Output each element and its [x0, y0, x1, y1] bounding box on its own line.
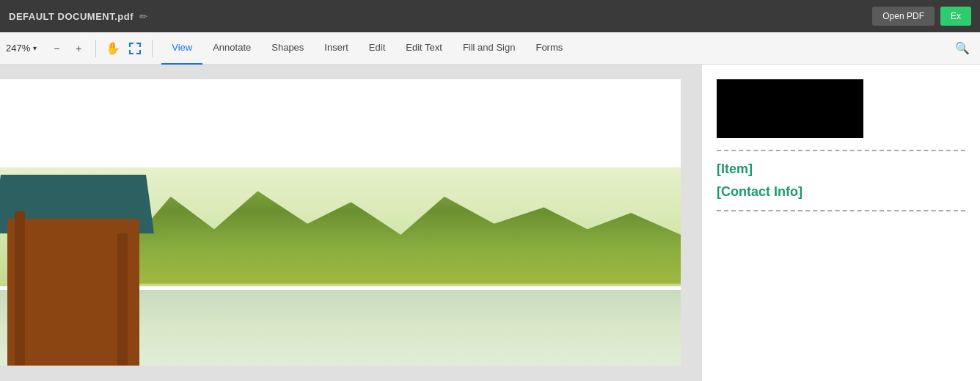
nav-item-edit-text[interactable]: Edit Text [395, 32, 453, 65]
nav-item-shapes[interactable]: Shapes [261, 32, 314, 65]
export-button[interactable]: Ex [940, 7, 971, 26]
zoom-out-button[interactable]: − [45, 37, 67, 59]
header-right: Open PDF Ex [872, 7, 971, 26]
dock-post-right [117, 233, 128, 366]
search-icon: 🔍 [955, 41, 970, 55]
marquee-tool-button[interactable] [124, 37, 146, 59]
right-sidebar: [Item] [Contact Info] [701, 65, 980, 381]
scene-structure [0, 175, 147, 366]
pdf-page [0, 79, 681, 366]
nav-item-annotate[interactable]: Annotate [202, 32, 261, 65]
main-content: [Item] [Contact Info] [0, 65, 980, 381]
item-label: [Item] [717, 162, 965, 177]
toolbar: 247% ▾ − + ✋ View Annotate Shapes Insert… [0, 32, 980, 65]
hand-tool-button[interactable]: ✋ [102, 37, 124, 59]
nav-item-edit[interactable]: Edit [359, 32, 395, 65]
header-bar: DEFAULT DOCUMENT.pdf ✏ Open PDF Ex [0, 0, 980, 32]
nav-item-fill-and-sign[interactable]: Fill and Sign [453, 32, 526, 65]
contact-label: [Contact Info] [717, 184, 965, 200]
toolbar-separator-1 [95, 40, 96, 57]
dock-post-left [15, 211, 25, 366]
zoom-in-button[interactable]: + [67, 37, 89, 59]
nav-item-insert[interactable]: Insert [314, 32, 359, 65]
hand-icon: ✋ [106, 41, 120, 55]
zoom-control: 247% ▾ [6, 43, 37, 54]
marquee-icon [129, 43, 141, 54]
nav-item-view[interactable]: View [161, 32, 202, 65]
edit-title-icon[interactable]: ✏ [139, 11, 147, 22]
document-title: DEFAULT DOCUMENT.pdf [9, 11, 134, 22]
nav-item-forms[interactable]: Forms [525, 32, 573, 65]
toolbar-separator-2 [152, 40, 153, 57]
dashed-divider-top [717, 150, 965, 151]
pdf-area [0, 65, 701, 381]
header-left: DEFAULT DOCUMENT.pdf ✏ [9, 11, 147, 22]
black-box-element [717, 79, 863, 138]
dashed-divider-bottom [717, 210, 965, 211]
pdf-landscape-image [0, 167, 681, 366]
zoom-level: 247% ▾ [6, 43, 37, 54]
search-button[interactable]: 🔍 [951, 37, 974, 60]
open-pdf-button[interactable]: Open PDF [872, 7, 935, 26]
nav-menu: View Annotate Shapes Insert Edit Edit Te… [161, 32, 573, 65]
